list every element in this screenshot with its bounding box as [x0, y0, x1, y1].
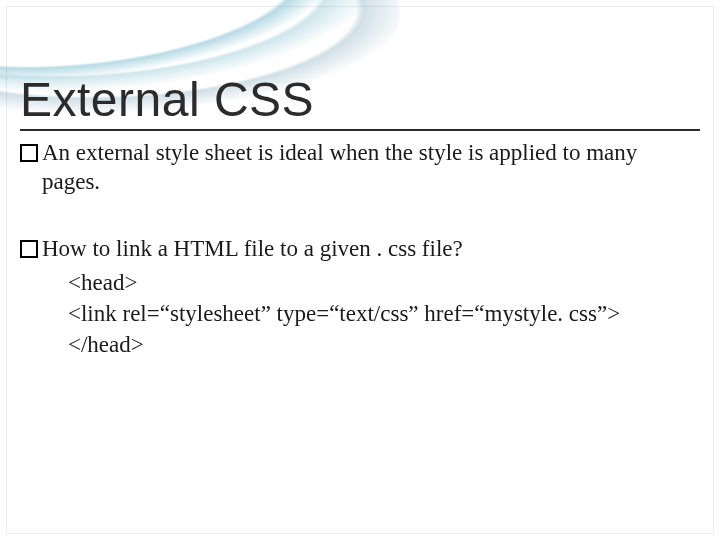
bullet-item: How to link a HTML file to a given . css…: [20, 235, 700, 264]
code-line: <link rel=“stylesheet” type=“text/css” h…: [68, 298, 700, 329]
square-bullet-icon: [20, 240, 38, 258]
slide-content: External CSS An external style sheet is …: [20, 72, 700, 360]
code-example: <head> <link rel=“stylesheet” type=“text…: [68, 267, 700, 360]
code-line: </head>: [68, 329, 700, 360]
bullet-item: An external style sheet is ideal when th…: [20, 139, 700, 197]
code-line: <head>: [68, 267, 700, 298]
slide-title: External CSS: [20, 72, 700, 127]
slide-body: An external style sheet is ideal when th…: [20, 139, 700, 360]
title-underline: [20, 129, 700, 131]
bullet-text: An external style sheet is ideal when th…: [42, 139, 700, 197]
bullet-text: How to link a HTML file to a given . css…: [42, 235, 700, 264]
square-bullet-icon: [20, 144, 38, 162]
